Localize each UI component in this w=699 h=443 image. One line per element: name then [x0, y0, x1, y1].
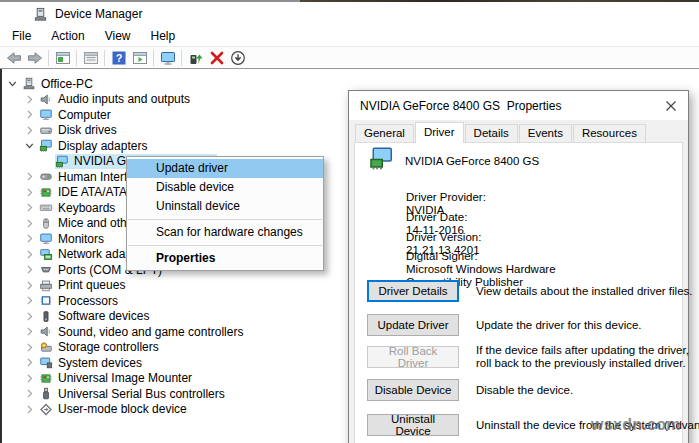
chevron-right-icon[interactable] [23, 170, 39, 183]
port-icon [39, 263, 54, 276]
device-name: NVIDIA GeForce 8400 GS [405, 155, 539, 167]
tree-item-audio[interactable]: Audio inputs and outputs [2, 92, 346, 108]
chevron-down-icon[interactable] [23, 139, 39, 152]
watermark: wsxdn.com [591, 416, 681, 434]
update-driver-description: Update the driver for this device. [476, 319, 699, 332]
tree-item-label: Print queues [58, 278, 125, 292]
tree-item-usb-controllers[interactable]: Universal Serial Bus controllers [2, 386, 346, 402]
chevron-right-icon[interactable] [23, 294, 39, 307]
close-icon[interactable] [655, 92, 687, 119]
chevron-right-icon[interactable] [23, 372, 39, 385]
chevron-right-icon[interactable] [23, 108, 39, 121]
tab-driver[interactable]: Driver [415, 122, 464, 143]
disable-device-button[interactable]: Disable Device [367, 379, 459, 401]
tree-item-processors[interactable]: Processors [2, 293, 346, 309]
field-label: Driver Version: [406, 231, 486, 244]
roll-back-driver-button[interactable]: Roll Back Driver [367, 346, 459, 368]
tree-item-label: Universal Image Mounter [58, 371, 192, 385]
uninstall-device-icon[interactable] [206, 49, 227, 67]
context-menu-scan-hardware[interactable]: Scan for hardware changes [127, 223, 323, 242]
chevron-right-icon[interactable] [23, 248, 39, 261]
chevron-spacer [39, 155, 55, 168]
tree-item-print-queues[interactable]: Print queues [2, 278, 346, 294]
system-icon [39, 356, 54, 369]
properties-window-icon[interactable] [80, 49, 101, 67]
tree-item-universal-image-mounter[interactable]: Universal Image Mounter [2, 371, 346, 387]
chevron-down-icon[interactable] [6, 77, 22, 90]
tree-item-label: Universal Serial Bus controllers [58, 387, 225, 401]
tab-events[interactable]: Events [519, 124, 572, 142]
tree-item-computer[interactable]: Computer [2, 107, 346, 123]
context-menu-uninstall-device[interactable]: Uninstall device [127, 197, 323, 216]
tab-details[interactable]: Details [465, 124, 518, 142]
tree-item-disk-drives[interactable]: Disk drives [2, 123, 346, 139]
tree-item-sound-controllers[interactable]: Sound, video and game controllers [2, 324, 346, 340]
context-menu-properties[interactable]: Properties [127, 249, 323, 268]
chevron-right-icon[interactable] [23, 232, 39, 245]
menu-view[interactable]: View [95, 27, 141, 45]
tree-item-label: Keyboards [58, 201, 115, 215]
tree-item-label: Processors [58, 294, 118, 308]
tree-item-display-adapters[interactable]: Display adapters [2, 138, 346, 154]
software-device-icon [39, 310, 54, 323]
back-icon[interactable] [3, 49, 24, 67]
help-icon[interactable] [108, 49, 129, 67]
display-adapter-icon [55, 155, 70, 168]
speaker-icon [39, 325, 54, 338]
update-driver-icon[interactable] [185, 49, 206, 67]
menu-file[interactable]: File [2, 27, 41, 45]
chevron-right-icon[interactable] [23, 217, 39, 230]
chevron-right-icon[interactable] [23, 403, 39, 416]
disable-device-description: Disable the device. [476, 384, 699, 397]
computer-monitor-icon[interactable] [157, 49, 178, 67]
context-menu-disable-device[interactable]: Disable device [127, 178, 323, 197]
roll-back-driver-description: If the device fails after updating the d… [476, 344, 699, 370]
menu-help[interactable]: Help [141, 27, 186, 45]
tree-item-label: Monitors [58, 232, 104, 246]
monitor-icon [39, 108, 54, 121]
menu-action[interactable]: Action [41, 27, 94, 45]
forward-icon[interactable] [24, 49, 45, 67]
tree-item-system-devices[interactable]: System devices [2, 355, 346, 371]
chip-icon [39, 372, 54, 385]
toolbar [0, 46, 699, 69]
chevron-right-icon[interactable] [23, 124, 39, 137]
action-pane-icon[interactable] [129, 49, 150, 67]
printer-icon [39, 279, 54, 292]
tab-resources[interactable]: Resources [573, 124, 646, 142]
driver-details-button[interactable]: Driver Details [367, 280, 459, 302]
tree-item-label: System devices [58, 356, 142, 370]
scan-hardware-icon[interactable] [227, 49, 248, 67]
roll-back-driver-row: Roll Back Driver If the device fails aft… [367, 344, 699, 370]
chevron-right-icon[interactable] [23, 93, 39, 106]
tree-item-label: Storage controllers [58, 340, 159, 354]
tree-item-user-mode-block-device[interactable]: User-mode block device [2, 402, 346, 418]
show-console-tree-icon[interactable] [52, 49, 73, 67]
uninstall-device-button[interactable]: Uninstall Device [367, 414, 459, 436]
chevron-right-icon[interactable] [23, 186, 39, 199]
tree-item-storage-controllers[interactable]: Storage controllers [2, 340, 346, 356]
chevron-right-icon[interactable] [23, 263, 39, 276]
gamepad-icon [39, 170, 54, 183]
chevron-right-icon[interactable] [23, 310, 39, 323]
chevron-right-icon[interactable] [23, 201, 39, 214]
tree-item-label: Audio inputs and outputs [58, 92, 190, 106]
chevron-right-icon[interactable] [23, 325, 39, 338]
processor-icon [39, 294, 54, 307]
tree-item-software-devices[interactable]: Software devices [2, 309, 346, 325]
chip-icon [39, 186, 54, 199]
toolbar-separator [104, 50, 105, 66]
properties-dialog: NVIDIA GeForce 8400 GS Properties Genera… [348, 90, 689, 443]
context-menu-update-driver[interactable]: Update driver [127, 159, 323, 178]
dialog-tabs: General Driver Details Events Resources [355, 122, 647, 143]
chevron-right-icon[interactable] [23, 387, 39, 400]
chevron-right-icon[interactable] [23, 341, 39, 354]
menu-bar: File Action View Help [0, 26, 699, 46]
disable-device-row: Disable Device Disable the device. [367, 379, 699, 401]
tree-item-office-pc[interactable]: Office-PC [2, 76, 346, 92]
update-driver-button[interactable]: Update Driver [367, 314, 459, 336]
display-adapter-icon [368, 146, 395, 170]
tab-general[interactable]: General [355, 124, 414, 142]
chevron-right-icon[interactable] [23, 356, 39, 369]
chevron-right-icon[interactable] [23, 279, 39, 292]
